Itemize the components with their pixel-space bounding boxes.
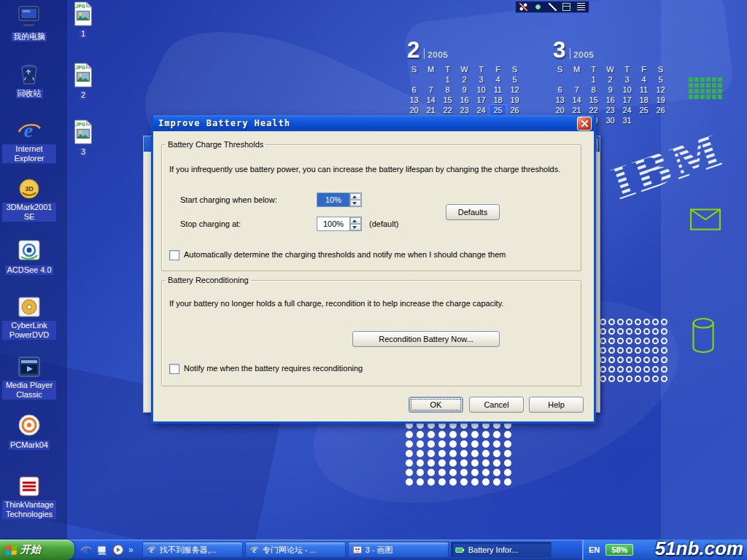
dot bbox=[600, 328, 606, 335]
pen-icon[interactable] bbox=[549, 3, 557, 11]
desktop-icon-label: 回收站 bbox=[16, 89, 43, 98]
desktop-icon-cyberlink-powerdvd[interactable]: CyberLink PowerDVD bbox=[2, 295, 56, 341]
desktop-icon-thinkvantage-technologies[interactable]: ThinkVantage Technologies bbox=[2, 474, 56, 520]
calendar-date: 15 bbox=[439, 95, 456, 105]
close-button[interactable] bbox=[577, 117, 592, 131]
desktop-icon-file-1[interactable]: JPG1 bbox=[60, 1, 107, 39]
spinner-down-icon[interactable] bbox=[350, 224, 361, 230]
dot bbox=[661, 319, 667, 325]
calendar-year: 2005 bbox=[573, 50, 594, 59]
dot bbox=[406, 431, 413, 438]
dot-icon[interactable] bbox=[534, 3, 542, 11]
calendar-date: 25 bbox=[635, 105, 652, 115]
taskbar-button[interactable]: e找不到服务器,... bbox=[142, 542, 243, 558]
calendar-date: 22 bbox=[585, 105, 602, 115]
dot bbox=[661, 376, 667, 382]
ie-task-icon: e bbox=[249, 545, 260, 555]
calendar-day-header: S bbox=[406, 64, 422, 74]
dot bbox=[438, 431, 446, 438]
quick-launch-overflow-chevron[interactable]: » bbox=[128, 545, 133, 555]
dot bbox=[643, 328, 650, 335]
desktop-icon-file-3[interactable]: JPG3 bbox=[60, 120, 107, 158]
desktop-icon-3dmark2001-se[interactable]: 3D3DMark2001 SE bbox=[2, 176, 56, 222]
card-icon[interactable] bbox=[562, 3, 570, 11]
taskbar-button[interactable]: e专门网论坛 - ... bbox=[245, 542, 346, 558]
list-icon[interactable] bbox=[577, 3, 585, 11]
calendar-date: 24 bbox=[473, 105, 489, 115]
desktop-icon-my-computer[interactable]: 我的电脑 bbox=[2, 4, 56, 42]
calendar-day-header: T bbox=[585, 64, 602, 74]
dot bbox=[643, 366, 650, 373]
dot bbox=[427, 450, 435, 457]
calendar-date: 16 bbox=[456, 95, 473, 105]
dot bbox=[617, 347, 624, 354]
dot bbox=[617, 338, 624, 344]
language-indicator[interactable]: EN bbox=[589, 545, 600, 554]
spinner-up-down[interactable] bbox=[349, 217, 361, 230]
show-desktop-icon[interactable] bbox=[96, 544, 108, 556]
calendar-date: 3 bbox=[473, 74, 489, 85]
start-charging-input[interactable]: 10% bbox=[317, 192, 362, 207]
calendar-date bbox=[406, 74, 422, 85]
desktop-mini-toolbar[interactable] bbox=[515, 1, 589, 13]
desktop-icon-acdsee-40[interactable]: ACDSee 4.0 bbox=[2, 238, 56, 276]
dot bbox=[643, 376, 650, 382]
stop-charging-input[interactable]: 100% bbox=[317, 217, 362, 231]
taskbar-button[interactable]: Battery Infor... bbox=[451, 542, 551, 558]
quick-launch-bar: e» bbox=[74, 540, 139, 560]
spinner-up-down[interactable] bbox=[349, 193, 361, 206]
desktop-icon-label: 3DMark2001 SE bbox=[2, 203, 56, 222]
recondition-battery-button[interactable]: Recondition Battery Now... bbox=[352, 331, 500, 347]
calendar-date: 1 bbox=[439, 74, 456, 85]
ok-button[interactable]: OK bbox=[409, 397, 463, 413]
desktop-icon-pcmark04[interactable]: PCMark04 bbox=[2, 413, 56, 451]
spinner-down-icon[interactable] bbox=[350, 200, 361, 206]
group-title: Battery Reconditioning bbox=[166, 276, 251, 284]
dot bbox=[449, 440, 457, 448]
desktop-icon-label: 1 bbox=[80, 29, 87, 39]
phone-icon[interactable] bbox=[519, 3, 527, 11]
calendar-day-header: M bbox=[422, 64, 439, 74]
dot bbox=[635, 366, 641, 373]
spinner-up-icon[interactable] bbox=[350, 217, 361, 224]
dialog-titlebar[interactable]: Improve Battery Health bbox=[153, 115, 594, 131]
calendar-day-header: T bbox=[473, 64, 489, 74]
help-button[interactable]: Help bbox=[529, 397, 584, 413]
start-charging-value: 10% bbox=[317, 193, 349, 206]
spinner-up-icon[interactable] bbox=[350, 193, 361, 200]
desktop-icon-media-player-classic[interactable]: Media Player Classic bbox=[2, 354, 56, 400]
auto-determine-checkbox[interactable] bbox=[169, 250, 179, 260]
cancel-button[interactable]: Cancel bbox=[469, 397, 524, 413]
internet-explorer-icon[interactable]: e bbox=[80, 544, 92, 556]
acdsee-icon bbox=[17, 238, 42, 262]
dot bbox=[427, 478, 435, 486]
calendar-title: 2 2005 bbox=[407, 36, 527, 61]
calendar-date: 12 bbox=[506, 85, 523, 95]
dot bbox=[449, 469, 457, 476]
calendar-date bbox=[635, 115, 652, 125]
desktop-icon-file-2[interactable]: JPG2 bbox=[60, 63, 107, 101]
dot bbox=[482, 431, 489, 438]
battery-tray-indicator[interactable]: 58% bbox=[605, 544, 633, 556]
dot bbox=[471, 469, 479, 476]
dot bbox=[438, 478, 446, 486]
desktop-icon-recycle-bin[interactable]: 回收站 bbox=[2, 61, 56, 99]
dot bbox=[460, 459, 468, 467]
media-player-icon[interactable] bbox=[112, 544, 124, 556]
dot bbox=[493, 440, 500, 448]
notify-recondition-checkbox[interactable] bbox=[169, 364, 179, 374]
dot bbox=[652, 328, 659, 335]
taskbar-button[interactable]: 3 - 画图 bbox=[348, 542, 449, 558]
dot bbox=[643, 338, 650, 344]
dot bbox=[482, 450, 489, 457]
dialog-title: Improve Battery Health bbox=[158, 118, 577, 128]
dot bbox=[617, 376, 624, 382]
dot bbox=[608, 328, 615, 335]
defaults-button[interactable]: Defaults bbox=[446, 204, 500, 220]
battery-charge-thresholds-group: Battery Charge Thresholds If you infrequ… bbox=[161, 140, 581, 271]
desktop-icon-internet-explorer[interactable]: eInternet Explorer bbox=[2, 118, 56, 164]
dot bbox=[493, 450, 500, 457]
calendar-date: 4 bbox=[635, 74, 652, 85]
start-button[interactable]: 开始 bbox=[0, 540, 74, 560]
dot bbox=[504, 450, 511, 457]
